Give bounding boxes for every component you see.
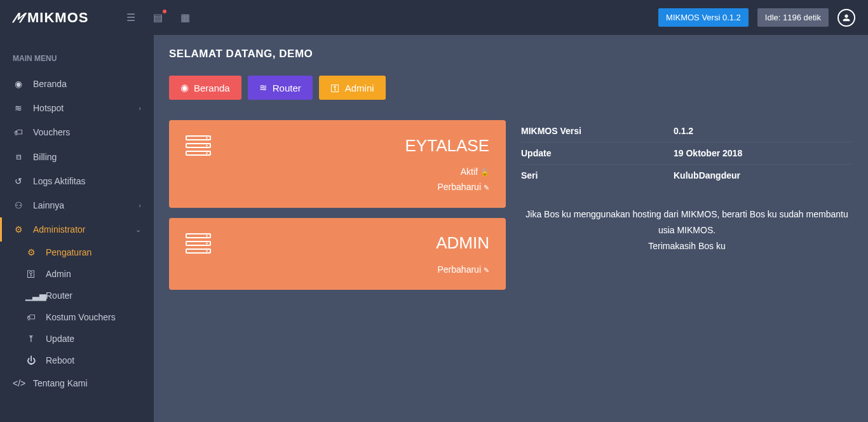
sitemap-icon: ⚇ (13, 200, 24, 210)
info-label: Seri (521, 170, 674, 180)
wifi-icon: ≋ (259, 82, 268, 93)
version-button[interactable]: MIKMOS Versi 0.1.2 (658, 8, 749, 27)
sidebar-sub-router[interactable]: ▁▃▅ Router (13, 285, 154, 306)
info-row-update: Update 19 Oktober 2018 (521, 142, 853, 164)
link-perbaharui[interactable]: Perbaharui (438, 264, 482, 275)
sidebar-item-label: Lainnya (33, 200, 64, 210)
tag-icon: 🏷 (13, 127, 24, 137)
sidebar-item-billing[interactable]: ⧈ Billing (0, 144, 154, 169)
server-icon (186, 135, 211, 156)
sidebar-item-tentang[interactable]: </> Tentang Kami (0, 371, 154, 395)
tab-label: Router (273, 83, 301, 93)
card-title: EYTALASE (405, 136, 489, 156)
link-perbaharui[interactable]: Perbaharui (438, 182, 482, 192)
brand-logo-icon: 𝘔 (11, 10, 25, 26)
sidebar-item-vouchers[interactable]: 🏷 Vouchers (0, 120, 154, 144)
info-value: 0.1.2 (674, 126, 693, 136)
server-small-icon[interactable]: ▤ (153, 11, 163, 24)
sidebar-sub-kostum-vouchers[interactable]: 🏷 Kostum Vouchers (13, 306, 154, 328)
wifi-icon: ≋ (13, 103, 24, 113)
money-icon: ⧈ (13, 151, 24, 162)
tab-admini[interactable]: ⚿ Admini (319, 76, 386, 100)
sidebar-sub-pengaturan[interactable]: ⚙ Pengaturan (13, 242, 154, 263)
sidebar-item-label: Logs Aktifitas (33, 176, 86, 186)
dashboard-icon: ◉ (180, 82, 189, 93)
tab-label: Admini (345, 83, 374, 93)
server-icon (186, 233, 211, 254)
thanks-line2: Terimakasih Bos ku (521, 238, 853, 254)
dashboard-icon: ◉ (13, 79, 24, 89)
notification-dot (163, 10, 166, 13)
status-aktif[interactable]: Aktif (461, 167, 478, 177)
brand-logo[interactable]: 𝘔 MIKMOS (13, 10, 88, 26)
idle-button[interactable]: Idle: 1196 detik (757, 8, 829, 27)
sidebar-item-hotspot[interactable]: ≋ Hotspot › (0, 96, 154, 120)
history-icon: ↺ (13, 176, 24, 186)
info-label: Update (521, 148, 674, 158)
gear-icon: ⚙ (25, 247, 37, 257)
sidebar-item-label: Billing (33, 152, 57, 162)
sidebar-item-label: Update (46, 334, 74, 344)
topbar-right: MIKMOS Versi 0.1.2 Idle: 1196 detik (658, 8, 855, 27)
sidebar-item-label: Pengaturan (46, 247, 92, 257)
sidebar-submenu-administrator: ⚙ Pengaturan ⚿ Admin ▁▃▅ Router 🏷 Kostum… (0, 242, 154, 371)
info-row-versi: MIKMOS Versi 0.1.2 (521, 120, 853, 142)
tab-label: Beranda (194, 83, 230, 93)
card-eytalase[interactable]: EYTALASE Aktif🔓 Perbaharui✎ (169, 120, 506, 208)
key-icon: ⚿ (330, 83, 340, 93)
sidebar: MAIN MENU ◉ Beranda ≋ Hotspot › 🏷 Vouche… (0, 35, 154, 422)
sidebar-item-label: Tentang Kami (33, 378, 88, 388)
sidebar-sub-admin[interactable]: ⚿ Admin (13, 263, 154, 285)
sidebar-item-label: Reboot (46, 355, 74, 365)
sidebar-header: MAIN MENU (0, 48, 154, 72)
topbar-icons: ☰ ▤ ▦ (126, 11, 190, 24)
code-icon: </> (13, 378, 24, 388)
brand-name: MIKMOS (27, 10, 88, 26)
signal-icon: ▁▃▅ (25, 290, 37, 301)
sidebar-item-label: Hotspot (33, 103, 64, 113)
chevron-right-icon: › (139, 201, 141, 209)
chevron-down-icon: ⌄ (135, 226, 141, 234)
sidebar-item-label: Router (46, 290, 72, 301)
info-value: 19 Oktober 2018 (674, 148, 742, 158)
sidebar-item-administrator[interactable]: ⚙ Administrator ⌄ (0, 217, 154, 242)
card-title: ADMIN (436, 233, 489, 253)
thanks-line1: Jika Bos ku menggunakan hosting dari MIK… (521, 207, 853, 238)
info-row-seri: Seri KulubDangdeur (521, 164, 853, 186)
edit-icon: ✎ (484, 184, 489, 191)
sidebar-item-label: Admin (46, 269, 71, 279)
info-label: MIKMOS Versi (521, 126, 674, 136)
unlock-icon: 🔓 (480, 168, 489, 176)
power-icon: ⏻ (25, 355, 37, 365)
list-icon[interactable]: ☰ (126, 11, 135, 24)
topbar: 𝘔 MIKMOS ☰ ▤ ▦ MIKMOS Versi 0.1.2 Idle: … (0, 0, 868, 35)
info-table: MIKMOS Versi 0.1.2 Update 19 Oktober 201… (521, 120, 853, 186)
sidebar-item-label: Kostum Vouchers (46, 312, 116, 322)
info-value: KulubDangdeur (674, 170, 740, 180)
thanks-message: Jika Bos ku menggunakan hosting dari MIK… (521, 207, 853, 255)
sidebar-item-beranda[interactable]: ◉ Beranda (0, 72, 154, 96)
tabs: ◉ Beranda ≋ Router ⚿ Admini (169, 76, 853, 100)
sidebar-item-label: Administrator (33, 224, 85, 235)
tags-icon: 🏷 (25, 312, 37, 322)
sidebar-sub-update[interactable]: ⤒ Update (13, 328, 154, 350)
tab-beranda[interactable]: ◉ Beranda (169, 76, 241, 100)
grid-icon[interactable]: ▦ (180, 11, 190, 24)
card-admin[interactable]: ADMIN Perbaharui✎ (169, 218, 506, 290)
sidebar-item-label: Vouchers (33, 127, 70, 137)
gears-icon: ⚙ (13, 224, 24, 235)
sidebar-sub-reboot[interactable]: ⏻ Reboot (13, 350, 154, 371)
user-avatar[interactable] (837, 9, 855, 27)
page-title: SELAMAT DATANG, DEMO (169, 48, 853, 60)
key-icon: ⚿ (25, 269, 37, 279)
user-icon (841, 13, 851, 23)
chevron-right-icon: › (139, 104, 141, 112)
main-content: SELAMAT DATANG, DEMO ◉ Beranda ≋ Router … (154, 35, 868, 422)
upload-icon: ⤒ (25, 334, 37, 344)
sidebar-item-logs[interactable]: ↺ Logs Aktifitas (0, 169, 154, 193)
sidebar-item-lainnya[interactable]: ⚇ Lainnya › (0, 193, 154, 217)
tab-router[interactable]: ≋ Router (248, 76, 313, 100)
edit-icon: ✎ (484, 266, 489, 274)
sidebar-item-label: Beranda (33, 79, 67, 89)
